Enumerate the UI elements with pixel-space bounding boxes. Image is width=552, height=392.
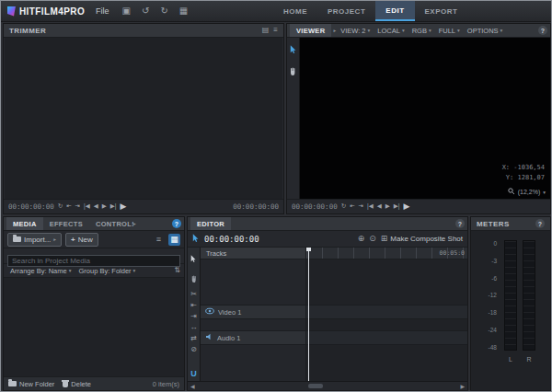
color-space-dropdown[interactable]: LOCAL ▾ [374, 27, 407, 35]
thumbnail-view-icon[interactable]: ▦ [168, 234, 180, 246]
next-edit-icon[interactable]: ▶| [394, 203, 400, 210]
speaker-icon[interactable] [205, 333, 213, 342]
mark-in-icon[interactable]: ⇤ [350, 203, 354, 210]
tab-editor[interactable]: EDITOR [190, 217, 231, 230]
tab-home[interactable]: HOME [273, 1, 317, 21]
make-composite-button[interactable]: ⊞ Make Composite Shot [381, 235, 463, 243]
viewer-canvas[interactable]: X: -1036,54 Y: 1281,07 (12,2%) ▾ [300, 38, 550, 199]
scrollbar-thumb[interactable] [308, 384, 323, 388]
view-scale-dropdown[interactable]: VIEW: 2 ▾ [338, 27, 373, 35]
editor-tabbar: EDITOR ? [188, 217, 467, 231]
video-track-lane[interactable] [306, 305, 467, 319]
video-track-header[interactable]: Video 1 [201, 305, 305, 319]
workspace-grid-icon[interactable]: ▦ [178, 6, 190, 16]
audio-track-label: Audio 1 [217, 334, 240, 342]
tab-controls[interactable]: CONTROLS [89, 217, 133, 230]
channel-dropdown[interactable]: RGB ▾ [409, 27, 434, 35]
folder-icon [13, 236, 21, 242]
next-frame-icon[interactable]: ▶ [385, 203, 390, 210]
media-list[interactable] [4, 278, 184, 376]
panel-menu-icon[interactable]: ≡ [273, 27, 278, 34]
tab-edit[interactable]: EDIT [375, 1, 414, 21]
prev-edit-icon[interactable]: |◀ [367, 203, 374, 210]
loop-icon[interactable]: ↻ [58, 203, 63, 210]
tab-export[interactable]: EXPORT [415, 1, 468, 21]
viewer-toolstrip [287, 38, 300, 199]
add-icon[interactable]: ⊕ [358, 235, 365, 243]
ripple-edit-tool-icon[interactable]: ⇤ [190, 302, 197, 309]
loop-icon[interactable]: ↻ [341, 203, 346, 210]
mark-out-icon[interactable]: ⇥ [75, 203, 80, 210]
arrange-by-dropdown[interactable]: Arrange By: Name ▾ [7, 267, 74, 275]
mark-in-icon[interactable]: ⇤ [66, 203, 71, 210]
redo-icon[interactable]: ↻ [158, 6, 169, 16]
new-label: New [78, 236, 93, 244]
new-button[interactable]: + New [65, 233, 98, 247]
play-icon[interactable]: ▶ [403, 202, 409, 211]
panel-options-icon[interactable]: ▤ [262, 27, 270, 34]
next-edit-icon[interactable]: ▶| [110, 203, 117, 210]
rate-stretch-tool-icon[interactable]: ⊘ [190, 346, 197, 353]
scroll-right-icon[interactable]: ▶ [460, 383, 465, 389]
prev-frame-icon[interactable]: ◀ [377, 203, 382, 210]
select-tool-icon[interactable] [192, 234, 200, 245]
slide-tool-icon[interactable]: ⇄ [190, 335, 197, 342]
eye-icon[interactable] [205, 307, 214, 317]
editor-timecode[interactable]: 00:00:00:00 [204, 235, 259, 244]
scroll-left-icon[interactable]: ◀ [190, 383, 195, 389]
options-dropdown[interactable]: OPTIONS ▾ [465, 27, 506, 35]
select-tool-icon[interactable] [190, 250, 197, 267]
new-folder-button[interactable]: New Folder [8, 380, 54, 388]
media-sort-row: Arrange By: Name ▾ Group By: Folder ▾ ⇅ [4, 264, 184, 278]
tab-media[interactable]: MEDIA [6, 217, 43, 230]
trimmer-transport: 00:00:00:00 ↻ ⇤ ⇥ |◀ ◀ ▶ ▶| ▶ 00:00:00:0… [4, 199, 283, 213]
tab-effects[interactable]: EFFECTS [43, 217, 89, 230]
chevron-down-icon: ▾ [500, 28, 503, 33]
zoom-control[interactable]: (12,2%) ▾ [508, 188, 546, 196]
chevron-down-icon: ▾ [429, 28, 431, 33]
quality-dropdown[interactable]: FULL ▾ [436, 27, 463, 35]
save-icon[interactable]: ▣ [121, 6, 132, 16]
meters-help-icon[interactable]: ? [535, 219, 545, 228]
audio-track-lane[interactable] [306, 330, 467, 345]
slice-tool-icon[interactable]: ✂ [190, 291, 197, 298]
mark-out-icon[interactable]: ⇥ [359, 203, 363, 210]
viewer-help-icon[interactable]: ? [538, 26, 547, 35]
cursor-x: X: -1036,54 [502, 163, 545, 173]
slip-tool-icon[interactable]: ↔ [190, 324, 198, 331]
db-label: -12 [489, 292, 497, 298]
timeline-lanes[interactable]: 00:05:0 [306, 248, 467, 381]
right-channel-label: R [523, 356, 535, 363]
media-help-icon[interactable]: ? [172, 219, 181, 228]
hand-tool-icon[interactable] [289, 63, 297, 80]
select-tool-icon[interactable] [290, 41, 297, 58]
prev-edit-icon[interactable]: |◀ [84, 203, 90, 210]
playhead[interactable] [308, 248, 309, 381]
chevron-right-icon[interactable]: ▸ [333, 28, 336, 33]
main-tabs: HOME PROJECT EDIT EXPORT [273, 1, 467, 21]
chevron-down-icon: ▾ [69, 268, 72, 273]
editor-help-icon[interactable]: ? [455, 219, 465, 228]
audio-track-header[interactable]: Audio 1 [201, 330, 305, 345]
tab-overflow-icon[interactable]: ▸ [133, 221, 136, 226]
hand-tool-icon[interactable] [190, 271, 198, 287]
sort-direction-icon[interactable]: ⇅ [174, 267, 180, 274]
file-menu[interactable]: File [92, 6, 113, 16]
delete-button[interactable]: Delete [63, 380, 91, 388]
rolling-edit-tool-icon[interactable]: ⇥ [190, 313, 197, 320]
tab-project[interactable]: PROJECT [317, 1, 375, 21]
group-by-dropdown[interactable]: Group By: Folder ▾ [75, 267, 138, 275]
target-icon[interactable]: ⊙ [369, 235, 376, 243]
import-button[interactable]: Import... ▸ [7, 233, 62, 247]
db-label: 0 [493, 240, 497, 247]
prev-frame-icon[interactable]: ◀ [94, 203, 98, 210]
next-frame-icon[interactable]: ▶ [102, 203, 107, 210]
view-scale-label: VIEW: 2 [340, 27, 365, 35]
time-ruler[interactable]: 00:05:0 [306, 248, 467, 259]
play-icon[interactable]: ▶ [120, 202, 126, 211]
undo-icon[interactable]: ↺ [140, 6, 151, 16]
snap-magnet-icon[interactable]: U [190, 369, 197, 378]
tab-viewer[interactable]: VIEWER [290, 24, 331, 37]
list-view-icon[interactable]: ≡ [153, 234, 165, 246]
editor-horizontal-scrollbar[interactable]: ◀ ▶ [188, 381, 467, 390]
